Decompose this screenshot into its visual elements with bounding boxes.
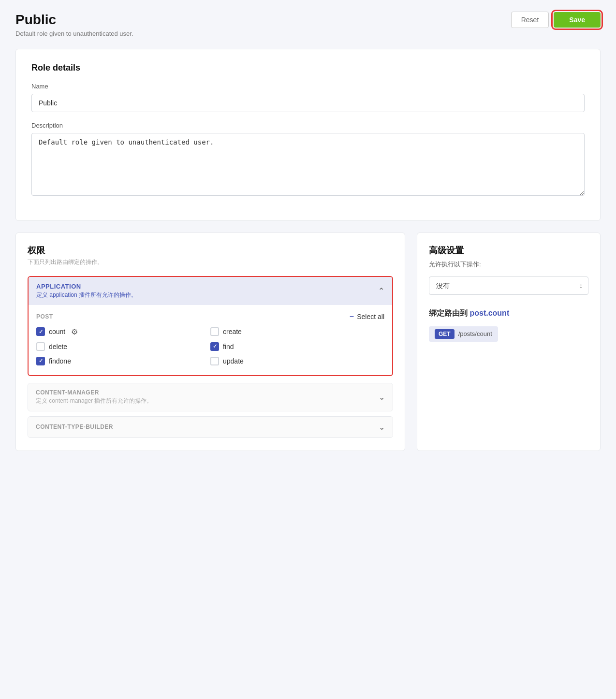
application-section-desc: 定义 application 插件所有允许的操作。 [36, 291, 137, 299]
content-type-builder-name: CONTENT-TYPE-BUILDER [36, 423, 113, 430]
save-button[interactable]: Save [554, 12, 601, 28]
advanced-panel: 高级设置 允许执行以下操作: 没有 ↕ 绑定路由到 post.count GET… [417, 233, 601, 451]
permission-item-findone: findone [36, 357, 210, 365]
content-manager-section: CONTENT-MANAGER 定义 content-manager 插件所有允… [28, 383, 393, 411]
header-actions: Reset Save [511, 12, 601, 28]
post-sub-section-header: POST − Select all [36, 313, 384, 320]
bound-route-title: 绑定路由到 post.count [429, 308, 588, 319]
permissions-panel: 权限 下面只列出路由绑定的操作。 APPLICATION 定义 applicat… [15, 233, 405, 451]
permission-label-delete: delete [49, 343, 67, 350]
select-all-label: Select all [357, 313, 384, 320]
checkbox-delete[interactable] [36, 342, 45, 351]
content-manager-name: CONTENT-MANAGER [36, 389, 152, 396]
content-type-builder-section-header[interactable]: CONTENT-TYPE-BUILDER ⌄ [28, 417, 393, 437]
advanced-select-wrapper: 没有 ↕ [429, 277, 588, 295]
application-section-header-left: APPLICATION 定义 application 插件所有允许的操作。 [36, 283, 137, 299]
checkbox-count[interactable] [36, 327, 45, 336]
select-all-icon: − [350, 313, 354, 320]
advanced-select[interactable]: 没有 [429, 277, 588, 295]
role-details-card: Role details Name Description Default ro… [15, 49, 601, 221]
method-badge: GET [435, 329, 455, 339]
content-manager-desc: 定义 content-manager 插件所有允许的操作。 [36, 397, 152, 405]
bottom-section: 权限 下面只列出路由绑定的操作。 APPLICATION 定义 applicat… [15, 233, 601, 451]
select-all-row[interactable]: − Select all [350, 313, 384, 320]
content-manager-section-header[interactable]: CONTENT-MANAGER 定义 content-manager 插件所有允… [28, 383, 393, 411]
permission-label-count: count [49, 328, 65, 335]
content-manager-header-left: CONTENT-MANAGER 定义 content-manager 插件所有允… [36, 389, 152, 405]
route-path: /posts/count [458, 330, 492, 337]
permissions-subtitle: 下面只列出路由绑定的操作。 [28, 258, 393, 266]
advanced-title: 高级设置 [429, 245, 588, 256]
post-label: POST [36, 313, 53, 320]
reset-button[interactable]: Reset [511, 12, 549, 28]
chevron-up-icon: ⌃ [378, 286, 384, 295]
name-label: Name [31, 83, 585, 90]
bound-route-highlight: post.count [469, 309, 509, 317]
permission-item-count: count ⚙ [36, 327, 210, 336]
route-pill: GET /posts/count [429, 326, 498, 342]
description-field-group: Description Default role given to unauth… [31, 122, 585, 197]
permission-label-findone: findone [49, 357, 71, 365]
page-subtitle: Default role given to unauthenticated us… [15, 30, 133, 37]
chevron-down-icon-cm: ⌄ [379, 393, 385, 402]
checkbox-findone[interactable] [36, 357, 45, 365]
application-section: APPLICATION 定义 application 插件所有允许的操作。 ⌃ … [28, 276, 393, 376]
description-textarea[interactable]: Default role given to unauthenticated us… [31, 133, 585, 196]
permission-item-create: create [210, 327, 384, 336]
permission-label-create: create [223, 328, 242, 335]
permission-item-delete: delete [36, 342, 210, 351]
checkbox-update[interactable] [210, 357, 219, 365]
chevron-down-icon-ctb: ⌄ [379, 422, 385, 432]
permission-item-find: find [210, 342, 384, 351]
permission-item-update: update [210, 357, 384, 365]
permissions-title: 权限 [28, 245, 393, 256]
page-title: Public [15, 12, 133, 28]
checkbox-find[interactable] [210, 342, 219, 351]
content-type-builder-section: CONTENT-TYPE-BUILDER ⌄ [28, 416, 393, 438]
checkbox-create[interactable] [210, 327, 219, 336]
header-left: Public Default role given to unauthentic… [15, 12, 133, 37]
bound-route-prefix: 绑定路由到 [429, 309, 468, 317]
description-label: Description [31, 122, 585, 129]
permission-label-find: find [223, 343, 234, 350]
page-header: Public Default role given to unauthentic… [15, 12, 601, 37]
name-field-group: Name [31, 83, 585, 112]
application-section-body: POST − Select all count ⚙ [29, 305, 392, 375]
gear-icon-count[interactable]: ⚙ [71, 327, 78, 336]
application-section-name: APPLICATION [36, 283, 137, 290]
application-section-header[interactable]: APPLICATION 定义 application 插件所有允许的操作。 ⌃ [29, 277, 392, 305]
name-input[interactable] [31, 94, 585, 112]
advanced-subtitle: 允许执行以下操作: [429, 260, 588, 269]
content-type-builder-header-left: CONTENT-TYPE-BUILDER [36, 423, 113, 430]
role-details-title: Role details [31, 63, 585, 73]
permissions-grid: count ⚙ create delete [36, 327, 384, 365]
permission-label-update: update [223, 357, 244, 365]
